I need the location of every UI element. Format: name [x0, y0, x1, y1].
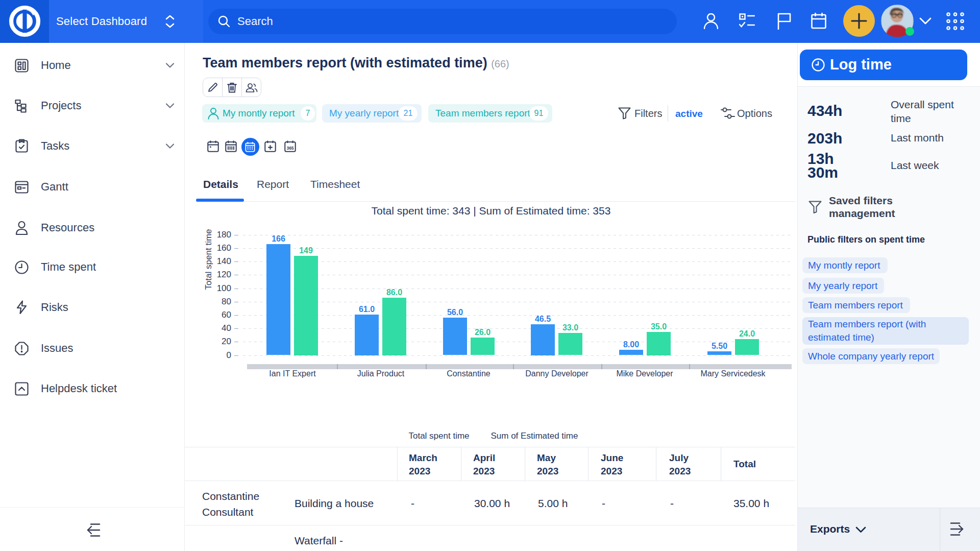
svg-text:365: 365: [286, 146, 293, 151]
